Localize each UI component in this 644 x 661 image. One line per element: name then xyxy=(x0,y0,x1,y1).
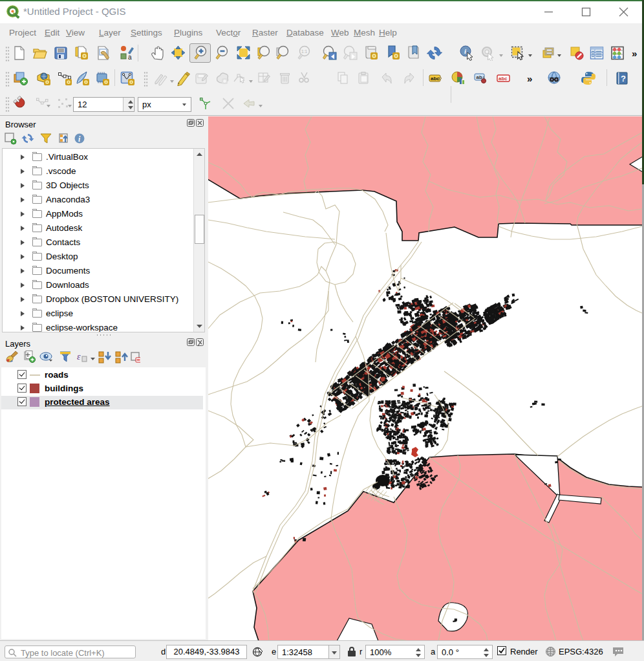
svg-text:?: ? xyxy=(621,74,626,83)
svg-text:ab: ab xyxy=(477,74,482,80)
svg-text:abc: abc xyxy=(499,76,508,81)
svg-text:1:1: 1:1 xyxy=(301,49,307,54)
svg-text:abc: abc xyxy=(431,76,440,81)
svg-text:a: a xyxy=(128,54,132,61)
svg-text:ε: ε xyxy=(77,352,81,362)
